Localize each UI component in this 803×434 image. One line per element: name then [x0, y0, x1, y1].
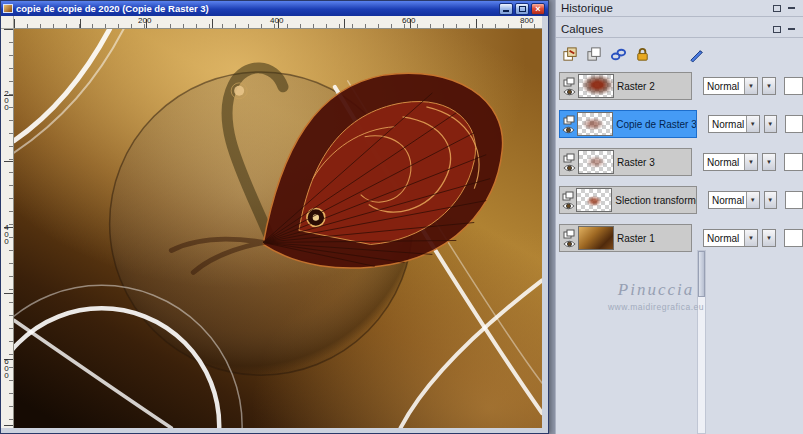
blend-mode-value: Normal [704, 233, 744, 244]
raster-layer-icon [562, 191, 574, 201]
duplicate-layer-icon [586, 46, 603, 63]
visibility-toggle[interactable] [563, 240, 576, 248]
ruler-label: 400 [2, 223, 11, 244]
chevron-down-icon[interactable]: ▼ [746, 192, 759, 208]
layer-thumbnail [578, 74, 614, 98]
eye-icon [562, 202, 575, 210]
vertical-ruler: 200 400 600 [1, 29, 14, 428]
layer-thumbnail [578, 226, 614, 250]
history-float-button[interactable] [770, 2, 784, 14]
minimize-button[interactable] [499, 3, 513, 15]
lock-icon [634, 46, 651, 63]
chevron-down-icon[interactable]: ▼ [744, 154, 757, 170]
layer-name: Raster 1 [614, 233, 691, 244]
blend-mode-select[interactable]: Normal ▼ [708, 191, 760, 209]
visibility-toggle[interactable] [563, 164, 576, 172]
blend-mode-value: Normal [709, 195, 746, 206]
history-collapse-button[interactable] [784, 2, 798, 14]
new-layer-icon [562, 46, 579, 63]
restore-button[interactable] [515, 3, 529, 15]
layers-collapse-button[interactable] [784, 23, 798, 35]
thumbnail-preview [579, 227, 613, 249]
raster-layer-icon [563, 229, 575, 239]
ruler-label: 600 [402, 16, 415, 25]
layer-name: Slection transforme [612, 195, 696, 206]
layer-strip: Copie de Raster 3 [559, 110, 697, 138]
duplicate-layer-button[interactable] [584, 44, 604, 64]
layer-options-dropdown[interactable]: ▼ [762, 77, 776, 95]
ruler-corner [1, 16, 14, 29]
watermark: Pinuccia www.maidiregrafica.eu [566, 280, 746, 312]
layers-float-button[interactable] [770, 23, 784, 35]
history-panel-header: Historique [556, 0, 803, 17]
layers-scrollbar[interactable] [697, 250, 706, 434]
layer-options-dropdown[interactable]: ▼ [762, 153, 776, 171]
document-icon [3, 4, 13, 13]
layer-options-dropdown[interactable]: ▼ [764, 115, 777, 133]
layer-thumbnail [576, 188, 612, 212]
horizontal-ruler: 200 400 600 800 [14, 16, 542, 29]
eye-icon [563, 164, 576, 172]
blend-mode-select[interactable]: Normal ▼ [703, 77, 758, 95]
blend-mode-value: Normal [704, 157, 744, 168]
collapse-icon [788, 28, 795, 30]
opacity-field[interactable] [785, 115, 803, 133]
layer-options-dropdown[interactable]: ▼ [762, 229, 776, 247]
chevron-down-icon[interactable]: ▼ [744, 230, 757, 246]
lock-transparency-button[interactable] [632, 44, 652, 64]
close-button[interactable]: × [531, 3, 545, 15]
edit-selection-button[interactable] [686, 44, 706, 64]
new-layer-button[interactable] [560, 44, 580, 64]
watermark-name: Pinuccia [566, 280, 746, 300]
layers-panel-header: Calques [556, 21, 803, 38]
float-icon [773, 26, 781, 33]
opacity-field[interactable] [784, 153, 803, 171]
ruler-label: 200 [2, 89, 11, 110]
opacity-field[interactable] [784, 77, 803, 95]
raster-layer-icon [563, 115, 575, 125]
ruler-label: 200 [138, 16, 151, 25]
eye-icon [563, 240, 576, 248]
layer-strip: Raster 1 [559, 224, 692, 252]
visibility-toggle[interactable] [562, 202, 575, 210]
history-panel-title: Historique [561, 2, 770, 14]
layer-row-raster-1[interactable]: Raster 1 Normal ▼ ▼ [559, 224, 803, 252]
layer-strip: Raster 3 [559, 148, 692, 176]
link-layers-icon [610, 46, 627, 63]
blend-mode-select[interactable]: Normal ▼ [708, 115, 760, 133]
layer-left-column [560, 77, 578, 96]
titlebar[interactable]: copie de copie de 2020 (Copie de Raster … [1, 1, 548, 16]
visibility-toggle[interactable] [563, 88, 576, 96]
minimize-icon [503, 10, 509, 12]
layer-left-column [560, 115, 577, 134]
ruler-label: 800 [520, 16, 533, 25]
collapse-icon [788, 7, 795, 9]
layer-left-column [560, 191, 576, 210]
layer-left-column [560, 229, 578, 248]
raster-layer-icon [563, 153, 575, 163]
canvas[interactable] [14, 29, 542, 428]
fractal-artwork [14, 29, 542, 428]
layer-row-copie-de-raster-3[interactable]: Copie de Raster 3 Normal ▼ ▼ [559, 110, 803, 138]
link-layers-button[interactable] [608, 44, 628, 64]
window-controls: × [499, 3, 545, 15]
restore-icon [519, 6, 526, 12]
opacity-field[interactable] [784, 229, 803, 247]
side-panels: Historique Calques [555, 0, 803, 434]
layer-options-dropdown[interactable]: ▼ [764, 191, 777, 209]
layer-row-raster-3[interactable]: Raster 3 Normal ▼ ▼ [559, 148, 803, 176]
chevron-down-icon[interactable]: ▼ [744, 78, 757, 94]
layer-name: Raster 2 [614, 81, 691, 92]
blend-mode-select[interactable]: Normal ▼ [703, 229, 758, 247]
layer-row-selection-transformee[interactable]: Slection transforme Normal ▼ ▼ [559, 186, 803, 214]
opacity-field[interactable] [785, 191, 803, 209]
layer-row-raster-2[interactable]: Raster 2 Normal ▼ ▼ [559, 72, 803, 100]
watermark-url: www.maidiregrafica.eu [566, 302, 746, 312]
layer-strip: Slection transforme [559, 186, 697, 214]
pen-icon [688, 46, 705, 63]
blend-mode-select[interactable]: Normal ▼ [703, 153, 758, 171]
thumbnail-preview [579, 75, 613, 97]
visibility-toggle[interactable] [562, 126, 575, 134]
chevron-down-icon[interactable]: ▼ [746, 116, 759, 132]
ruler-label: 600 [2, 357, 11, 378]
